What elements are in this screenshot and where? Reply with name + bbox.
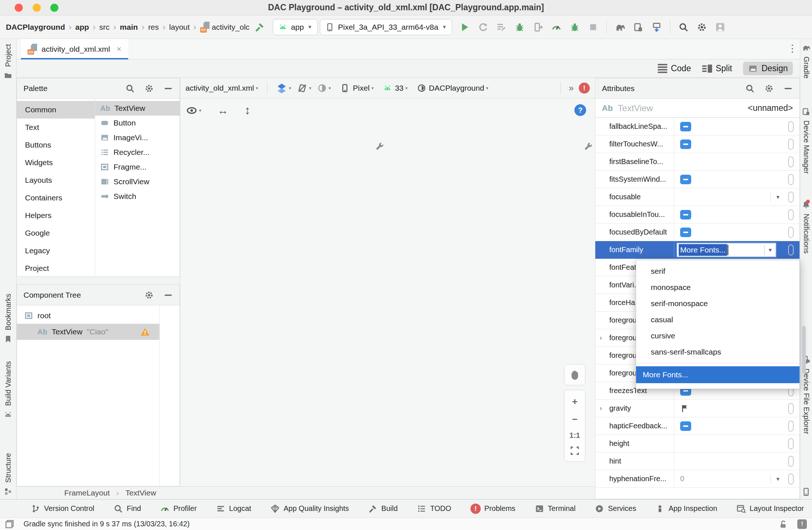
design-surface[interactable]: activity_old_xml.xml ▾ ▾ ▾ ▾ Pixel ▾ 33 … bbox=[180, 78, 595, 486]
tool-window-app-quality-insights[interactable]: App Quality Insights bbox=[270, 504, 349, 513]
font-option-monospace[interactable]: monospace bbox=[636, 279, 800, 295]
palette-category-widgets[interactable]: Widgets bbox=[17, 154, 95, 171]
overflow-actions-icon[interactable]: » bbox=[569, 83, 574, 93]
hide-panel-icon[interactable] bbox=[783, 84, 793, 93]
tools-attribute-pill[interactable] bbox=[788, 174, 794, 185]
device-manager-button[interactable] bbox=[630, 19, 646, 35]
font-family-editor[interactable]: More Fonts... ▼ bbox=[676, 243, 776, 257]
settings-gear-button[interactable] bbox=[694, 19, 710, 35]
attr-row-fontFamily[interactable]: fontFamily More Fonts... ▼ bbox=[595, 241, 800, 259]
toggle-icon[interactable] bbox=[680, 139, 691, 149]
expand-chevron-icon[interactable]: › bbox=[600, 334, 602, 342]
expand-chevron-icon[interactable]: › bbox=[600, 404, 602, 412]
tool-window-bars-icon[interactable] bbox=[4, 519, 15, 529]
api-version-select[interactable]: 33 ▾ bbox=[383, 84, 407, 92]
toggle-icon[interactable] bbox=[680, 210, 691, 219]
tools-attribute-pill[interactable] bbox=[788, 438, 794, 449]
attr-row[interactable]: fitsSystemWind... bbox=[595, 171, 800, 188]
gear-icon[interactable] bbox=[144, 84, 154, 93]
night-mode-select[interactable]: ▾ bbox=[317, 83, 331, 93]
tool-window-build[interactable]: Build bbox=[368, 504, 397, 513]
palette-item-scrollview[interactable]: ScrollView bbox=[95, 174, 180, 189]
attributes-scrollbar-thumb[interactable] bbox=[802, 326, 806, 374]
palette-category-containers[interactable]: Containers bbox=[17, 189, 95, 207]
tree-node-root[interactable]: root bbox=[17, 308, 180, 324]
mode-design[interactable]: Design bbox=[743, 62, 793, 75]
orientation-select[interactable]: ▾ bbox=[297, 83, 311, 93]
designer-file-select[interactable]: activity_old_xml.xml ▾ bbox=[185, 84, 258, 92]
attr-row[interactable]: focusable▼ bbox=[595, 188, 800, 206]
zoom-in-button[interactable]: + bbox=[572, 396, 577, 407]
sdk-manager-button[interactable] bbox=[649, 19, 665, 35]
tool-window-version-control[interactable]: Version Control bbox=[31, 504, 94, 513]
tool-window-layout-inspector[interactable]: Layout Inspector bbox=[736, 504, 804, 513]
tool-window-todo[interactable]: TODO bbox=[417, 504, 451, 513]
palette-item-imageview[interactable]: ImageVi... bbox=[95, 130, 180, 145]
tool-window-app-inspection[interactable]: App Inspection bbox=[655, 504, 717, 513]
profiler-button[interactable] bbox=[548, 19, 564, 35]
font-option-serif[interactable]: serif bbox=[636, 263, 800, 279]
font-option-casual[interactable]: casual bbox=[636, 312, 800, 328]
stop-button[interactable] bbox=[585, 19, 601, 35]
more-fonts-option[interactable]: More Fonts... bbox=[636, 366, 800, 383]
palette-category-common[interactable]: Common bbox=[17, 101, 95, 119]
font-option-sans-serif-smallcaps[interactable]: sans-serif-smallcaps bbox=[636, 344, 800, 360]
run-button[interactable] bbox=[456, 19, 473, 35]
palette-item-recyclerview[interactable]: Recycler... bbox=[95, 145, 180, 160]
breadcrumb-res[interactable]: res bbox=[148, 23, 159, 32]
tree-node-textview[interactable]: Ab TextView "Ciao" bbox=[17, 324, 159, 340]
pan-hand-button[interactable] bbox=[564, 364, 585, 385]
value-dropdown[interactable]: ▼ bbox=[771, 188, 780, 206]
palette-category-project[interactable]: Project bbox=[17, 259, 95, 277]
pan-vertical-icon[interactable]: ↕ bbox=[245, 104, 250, 117]
tool-window-notifications[interactable]: Notifications bbox=[800, 200, 812, 254]
render-errors-badge[interactable]: ! bbox=[579, 83, 590, 94]
palette-category-text[interactable]: Text bbox=[17, 119, 95, 136]
pan-horizontal-icon[interactable]: ↔ bbox=[217, 104, 228, 117]
tools-attribute-pill[interactable] bbox=[788, 244, 794, 255]
tool-window-gradle[interactable]: Gradle bbox=[800, 43, 812, 79]
palette-category-buttons[interactable]: Buttons bbox=[17, 136, 95, 154]
tool-window-project[interactable]: Project bbox=[0, 44, 16, 80]
attach-debugger-button[interactable] bbox=[530, 19, 546, 35]
tool-window-build-variants[interactable]: Build Variants bbox=[0, 361, 16, 419]
attr-row[interactable]: fallbackLineSpa... bbox=[595, 118, 800, 135]
toggle-icon[interactable] bbox=[680, 175, 691, 184]
attr-row[interactable]: hyphenationFre...0▼ bbox=[595, 470, 800, 488]
breadcrumb-layout[interactable]: layout bbox=[169, 23, 190, 32]
apply-changes-button[interactable] bbox=[475, 19, 491, 35]
tools-attribute-pill[interactable] bbox=[788, 403, 794, 414]
tool-window-problems[interactable]: !Problems bbox=[470, 504, 515, 514]
build-hammer-icon[interactable] bbox=[252, 19, 268, 35]
tool-window-bookmarks[interactable]: Bookmarks bbox=[0, 294, 16, 344]
hide-panel-icon[interactable] bbox=[163, 290, 173, 300]
warning-icon[interactable] bbox=[140, 327, 150, 337]
palette-item-button[interactable]: Button bbox=[95, 116, 180, 130]
palette-item-fragment[interactable]: Fragme... bbox=[95, 160, 180, 174]
breadcrumb-main[interactable]: main bbox=[120, 23, 138, 32]
attr-row[interactable]: focusedByDefault bbox=[595, 224, 800, 241]
tools-attribute-pill[interactable] bbox=[788, 473, 794, 484]
tool-window-services[interactable]: Services bbox=[595, 504, 636, 513]
tool-window-structure[interactable]: Structure bbox=[0, 453, 16, 496]
search-everywhere-button[interactable] bbox=[675, 19, 692, 35]
palette-item-textview[interactable]: AbTextView bbox=[95, 101, 180, 116]
hide-panel-icon[interactable] bbox=[163, 84, 173, 93]
gear-icon[interactable] bbox=[764, 84, 774, 93]
tool-window-find[interactable]: Find bbox=[113, 504, 141, 513]
tools-attribute-pill[interactable] bbox=[788, 192, 794, 203]
breadcrumb-app[interactable]: app bbox=[75, 23, 89, 32]
gear-icon[interactable] bbox=[144, 290, 154, 300]
font-option-serif-monospace[interactable]: serif-monospace bbox=[636, 295, 800, 312]
toggle-icon[interactable] bbox=[680, 228, 691, 237]
event-log-icon[interactable]: ! bbox=[797, 519, 807, 529]
breadcrumb-project[interactable]: DACPlayground bbox=[6, 23, 65, 32]
device-select[interactable]: Pixel_3a_API_33_arm64-v8a ▼ bbox=[320, 19, 452, 35]
debug-button[interactable] bbox=[512, 19, 528, 35]
attr-row[interactable]: filterTouchesW... bbox=[595, 135, 800, 153]
flag-icon[interactable] bbox=[680, 404, 690, 413]
tools-attribute-pill[interactable] bbox=[788, 227, 794, 238]
sync-gradle-button[interactable] bbox=[612, 19, 628, 35]
tools-attribute-pill[interactable] bbox=[788, 156, 794, 167]
zoom-window-button[interactable] bbox=[50, 4, 58, 12]
